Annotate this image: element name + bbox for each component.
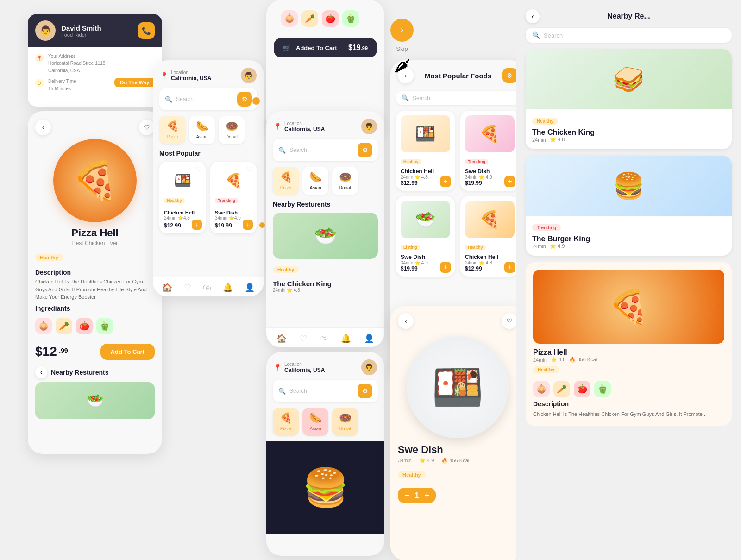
- skip-label[interactable]: Skip: [396, 45, 408, 52]
- call-button[interactable]: 📞: [138, 22, 155, 39]
- bnav-bell-2[interactable]: 🔔: [341, 333, 351, 344]
- pop-add-btn-1[interactable]: +: [440, 176, 451, 187]
- search-bar[interactable]: 🔍 Search ⚙: [159, 88, 257, 110]
- search-icon-2: 🔍: [278, 147, 286, 154]
- filter-btn-3[interactable]: ⚙: [358, 384, 372, 398]
- bnav-heart-2[interactable]: ♡: [300, 333, 307, 344]
- search-input-2[interactable]: Search: [289, 147, 354, 153]
- loc-header-3: 📍 Location California, USA 👨: [266, 352, 384, 380]
- asian-category-label: Asian: [196, 134, 207, 139]
- nav-bag[interactable]: 🛍: [203, 283, 211, 293]
- nav-user[interactable]: 👤: [245, 283, 255, 293]
- nav-bell[interactable]: 🔔: [223, 283, 233, 293]
- cat-row-2: 🍕 Pizza 🌭 Asian 🍩 Donat: [266, 167, 384, 201]
- added-to-cart-label: Added To Cart: [296, 44, 337, 51]
- add-to-cart-button[interactable]: Add To Cart: [100, 344, 155, 360]
- pizza-hell-meta-r: 24min ⭐ 4.8 🔥 356 Kcal: [533, 357, 597, 363]
- pop-title: Most Popular Foods: [425, 72, 491, 80]
- right-back-button[interactable]: ‹: [526, 9, 540, 23]
- loc-pin-3: 📍: [274, 364, 282, 371]
- qty-plus-button[interactable]: +: [424, 491, 429, 500]
- pizza-ingr-4-r: 🫑: [594, 381, 611, 397]
- bnav-user-2[interactable]: 👤: [364, 333, 374, 344]
- add-swe-dish-button[interactable]: +: [243, 220, 253, 230]
- chicken-king-card[interactable]: 🥪 Healthy The Chicken King 24min ⭐ 4.8: [526, 49, 732, 149]
- search-bar-2[interactable]: 🔍 Search ⚙: [273, 139, 378, 161]
- pop-card-1[interactable]: ♡ 🍱 Healthy Chicken Hell 24min ⭐ 4.8 $12…: [396, 111, 455, 191]
- location-text: Location California, USA: [171, 70, 211, 82]
- location-label: Location: [171, 70, 211, 75]
- swe-heart-button[interactable]: ♡: [502, 313, 517, 329]
- quantity-control[interactable]: − 1 +: [398, 488, 436, 503]
- right-search-bar[interactable]: 🔍 Search: [526, 28, 732, 43]
- cat-donat-2[interactable]: 🍩 Donat: [332, 167, 358, 195]
- pop-add-btn-3[interactable]: +: [440, 262, 451, 273]
- category-pizza[interactable]: 🍕 Pizza: [159, 116, 185, 144]
- search-input-3[interactable]: Search: [289, 388, 354, 394]
- pop-add-btn-2[interactable]: +: [504, 176, 515, 187]
- cat-row-3: 🍕 Pizza 🌭 Asian 🍩 Donat: [266, 408, 384, 441]
- bnav-home-2[interactable]: 🏠: [276, 333, 287, 344]
- pop-search-icon: 🔍: [402, 94, 409, 101]
- rider-avatar: 👨: [35, 20, 56, 41]
- swe-back-button[interactable]: ‹: [398, 313, 414, 329]
- pop-filter-button[interactable]: ⚙: [502, 68, 517, 83]
- rider-delivery: Delivery Time 15 Minutes: [48, 78, 76, 92]
- category-asian[interactable]: 🌭 Asian: [189, 116, 215, 144]
- pop-add-btn-4[interactable]: +: [504, 262, 515, 273]
- pop-search-bar[interactable]: 🔍 Search: [396, 91, 519, 105]
- bnav-bag-2[interactable]: 🛍: [320, 334, 328, 344]
- burger-king-card[interactable]: 🍔 Trending The Burger King 24min ⭐ 4.9: [526, 156, 732, 256]
- on-way-button[interactable]: On The Way: [114, 78, 155, 87]
- heart-pop-1[interactable]: ♡: [446, 114, 451, 121]
- burger-king-name-r: The Burger King: [532, 235, 725, 243]
- pop-search-input[interactable]: Search: [413, 95, 514, 101]
- pop-badge-1: Healthy: [401, 159, 421, 164]
- cart-price: $19.99: [348, 44, 368, 52]
- nearby-back-button[interactable]: ‹: [35, 366, 47, 378]
- deco-dot-1: [252, 97, 260, 105]
- heart-pop-2[interactable]: ♡: [510, 114, 515, 121]
- chicken-king-title: The Chicken King: [273, 280, 378, 288]
- chicken-king-body: Healthy The Chicken King 24min ⭐ 4.8: [526, 109, 732, 149]
- skip-area: › Skip 🌶: [390, 19, 414, 76]
- swe-dish-card: ‹ ♡ 🍱 Swe Dish 34min ⭐ 4.9 🔥 456 Kcal He…: [390, 306, 525, 560]
- next-arrow-button[interactable]: ›: [390, 19, 414, 42]
- heart-icon-2[interactable]: ♡: [247, 165, 253, 173]
- pop-card-2[interactable]: ♡ 🍕 Trending Swe Dish 34min ⭐ 4.9 $19.99…: [460, 111, 519, 191]
- price-cents: .99: [59, 347, 68, 354]
- cat-pizza-3[interactable]: 🍕 Pizza: [273, 408, 299, 436]
- rider-body: 📍 Your Address Horizontal Road Stree 111…: [28, 47, 162, 101]
- food-card-swe-dish[interactable]: ♡ 🍕 Trending Swe Dish 34min ⭐4.9 $19.99 …: [210, 162, 257, 233]
- pop-card-4[interactable]: ♡ 🍕 Healthy Chicken Hell 24min ⭐ 4.8 $12…: [460, 196, 519, 277]
- search-input[interactable]: Search: [176, 96, 233, 102]
- cat-donat-3[interactable]: 🍩 Donat: [332, 408, 358, 436]
- nav-heart[interactable]: ♡: [184, 283, 191, 293]
- search-bar-3[interactable]: 🔍 Search ⚙: [273, 380, 378, 402]
- nearby-title: ‹ Nearby Resturents: [35, 366, 155, 378]
- burger-king-badge-r: Trending: [532, 224, 561, 231]
- cart-badge: 🛒 Added To Cart $19.99: [274, 38, 377, 57]
- pop-name-4: Chicken Hell: [465, 254, 515, 260]
- loc-pin-icon-2: 📍: [274, 123, 282, 130]
- food-card-chicken-hell[interactable]: ♡ 🍱 Healthy Chicken Hell 24min ⭐4.8 $12.…: [159, 162, 206, 233]
- nav-home[interactable]: 🏠: [162, 283, 172, 293]
- cat-asian-2[interactable]: 🌭 Asian: [302, 167, 328, 195]
- qty-minus-button[interactable]: −: [404, 491, 409, 500]
- back-button[interactable]: ‹: [35, 120, 51, 135]
- heart-icon-1[interactable]: ♡: [196, 165, 202, 173]
- category-row: 🍕 Pizza 🌭 Asian 🍩 Donat: [153, 116, 264, 150]
- cat-pizza-2[interactable]: 🍕 Pizza: [273, 167, 299, 195]
- filter-button-2[interactable]: ⚙: [358, 143, 372, 157]
- heart-pop-3[interactable]: ♡: [446, 200, 451, 207]
- add-chicken-hell-button[interactable]: +: [192, 220, 202, 230]
- heart-pop-4[interactable]: ♡: [510, 200, 515, 207]
- category-donat[interactable]: 🍩 Donat: [219, 116, 245, 144]
- heart-button[interactable]: ♡: [139, 120, 155, 135]
- nearby-section: ‹ Nearby Resturents 🥗: [28, 363, 162, 423]
- cat-asian-3[interactable]: 🌭 Asian: [302, 408, 328, 436]
- food-cards-row: ♡ 🍱 Healthy Chicken Hell 24min ⭐4.8 $12.…: [153, 162, 264, 239]
- pop-card-3[interactable]: ♡ 🥗 Listing Swe Dish 34min ⭐ 4.9 $19.99 …: [396, 196, 455, 277]
- right-search-input[interactable]: Search: [544, 32, 725, 39]
- filter-button[interactable]: ⚙: [237, 92, 252, 107]
